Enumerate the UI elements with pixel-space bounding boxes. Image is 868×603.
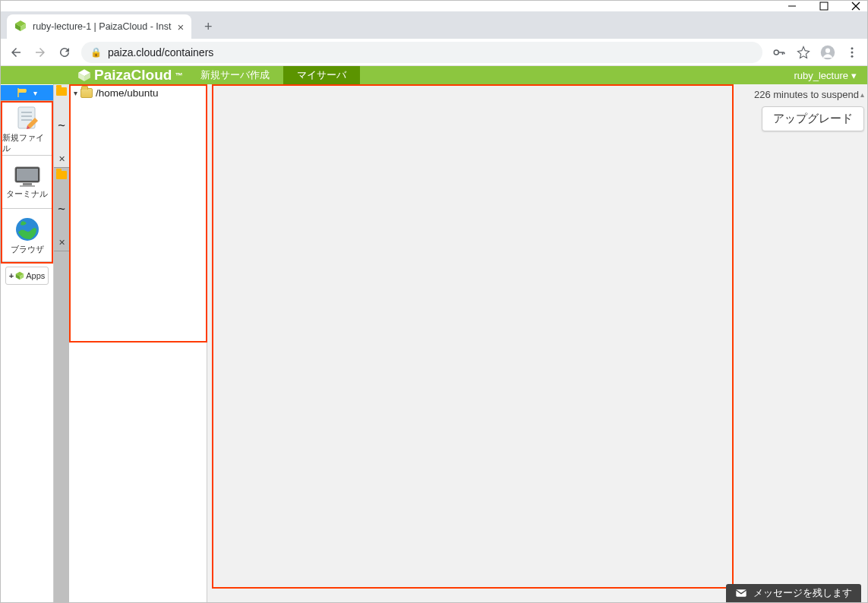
svg-point-13 [851,47,854,49]
svg-point-12 [825,48,830,52]
collapse-arrow-icon[interactable]: ▾ [74,89,77,97]
new-tab-button[interactable]: + [197,16,219,37]
apps-button[interactable]: + Apps [5,267,49,285]
suspend-label: 226 minutes to suspend ▴ [754,89,864,100]
favicon-cube-icon [14,20,27,34]
workspace-area [212,84,734,589]
menu-my-server[interactable]: マイサーバ [283,66,360,84]
lock-icon: 🔒 [90,47,102,58]
file-tabs-column: ~ ✕ ~ ✕ [54,84,69,602]
profile-avatar[interactable] [820,45,835,60]
flag-button[interactable]: ▾ [1,84,53,101]
tilde-icon: ~ [58,118,65,132]
explorer-root-row[interactable]: ▾ /home/ubuntu [71,86,206,100]
folder-icon [56,171,67,179]
new-file-button[interactable]: 新規ファイル [2,103,52,156]
svg-rect-1 [820,2,828,10]
left-toolbar: ▾ 新規ファイル [1,84,54,602]
message-bar[interactable]: メッセージを残します [726,584,861,602]
back-button[interactable] [8,45,24,60]
star-icon[interactable] [796,45,811,60]
explorer-filler [69,343,207,602]
browser-button[interactable]: ブラウザ [2,209,52,262]
browser-tab-strip: ruby-lecture-1 | PaizaCloud - Inst × + [1,11,867,39]
minimize-button[interactable] [787,1,797,11]
forward-button[interactable] [33,45,48,60]
paizacloud-logo[interactable]: PaizaCloud™ [73,66,187,84]
envelope-icon [735,587,747,599]
svg-point-7 [774,50,778,55]
svg-point-14 [851,51,854,53]
close-icon[interactable]: ✕ [58,238,65,248]
workspace-wrap: 226 minutes to suspend ▴ アップグレード [207,84,867,602]
message-label: メッセージを残します [753,587,852,600]
close-window-button[interactable] [851,1,861,11]
trademark: ™ [175,71,182,80]
folder-icon [80,88,93,98]
main-area: ▾ 新規ファイル [1,84,867,602]
tab-close-icon[interactable]: × [178,21,185,33]
reload-button[interactable] [57,45,72,60]
explorer-path: /home/ubuntu [96,87,159,99]
globe-icon [14,216,41,243]
right-panel: 226 minutes to suspend ▴ アップグレード [737,89,864,131]
svg-point-15 [851,55,854,57]
logo-text: PaizaCloud [94,67,172,84]
kebab-menu-icon[interactable] [844,45,860,60]
svg-rect-28 [23,183,32,185]
user-menu[interactable]: ruby_lecture ▾ [783,66,867,84]
browser-label: ブラウザ [11,245,44,255]
url-text: paiza.cloud/containers [108,46,213,58]
chevron-up-icon[interactable]: ▴ [860,90,864,99]
tab-title: ruby-lecture-1 | PaizaCloud - Inst [33,21,172,32]
upgrade-button[interactable]: アップグレード [762,106,864,131]
address-bar[interactable]: 🔒 paiza.cloud/containers [81,42,762,63]
tilde-icon: ~ [58,201,65,216]
new-file-label: 新規ファイル [2,133,52,154]
folder-icon [56,87,67,96]
terminal-label: ターミナル [6,189,48,200]
chevron-down-icon: ▾ [851,70,857,81]
menu-new-server[interactable]: 新規サーバ作成 [187,66,283,84]
file-tab-2[interactable]: ~ ✕ [54,168,69,251]
window-titlebar [1,1,867,11]
monitor-icon [12,165,43,188]
key-icon[interactable] [772,45,787,60]
file-tab-1[interactable]: ~ ✕ [54,84,69,168]
logo-cube-icon [77,68,91,82]
user-label: ruby_lecture [794,70,848,81]
apps-label: Apps [26,271,45,280]
browser-toolbar: 🔒 paiza.cloud/containers [1,39,867,66]
maximize-button[interactable] [819,1,829,11]
svg-rect-27 [17,169,38,181]
close-icon[interactable]: ✕ [58,154,65,164]
apps-cube-icon [15,271,24,280]
file-explorer-panel: ▾ /home/ubuntu [69,84,207,343]
app-bar: PaizaCloud™ 新規サーバ作成 マイサーバ ruby_lecture ▾ [1,66,867,84]
svg-rect-29 [20,185,35,187]
document-pencil-icon [14,104,41,131]
browser-tab[interactable]: ruby-lecture-1 | PaizaCloud - Inst × [7,14,191,39]
terminal-button[interactable]: ターミナル [2,156,52,209]
